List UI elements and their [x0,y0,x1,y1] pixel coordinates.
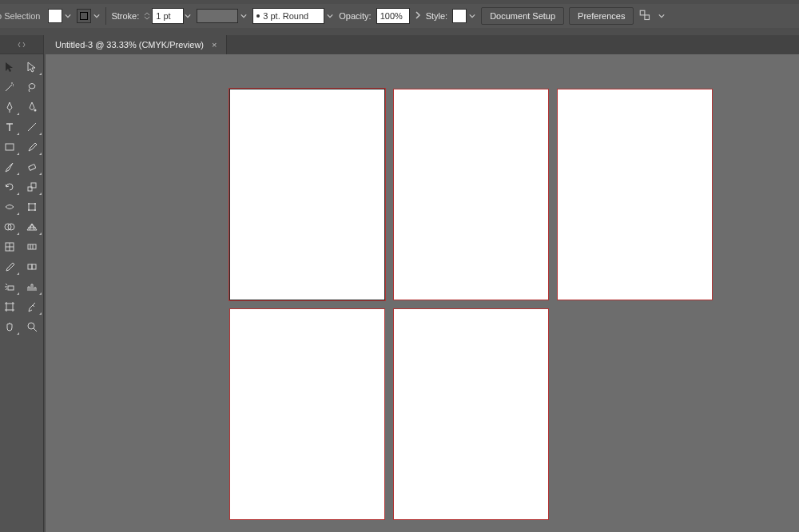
canvas[interactable] [46,54,799,532]
svg-rect-18 [8,286,14,290]
shape-builder-tool[interactable] [0,217,20,236]
svg-point-20 [28,323,34,329]
lasso-tool[interactable] [22,77,42,96]
svg-point-11 [34,209,36,211]
fill-swatch-dropdown[interactable] [48,9,72,23]
rectangle-tool[interactable] [0,137,20,156]
paintbrush-tool[interactable] [22,137,42,156]
artboard-2[interactable] [393,89,549,300]
svg-rect-15 [28,244,36,249]
artboard-5[interactable] [393,308,549,520]
fill-swatch [48,9,62,23]
mesh-tool[interactable] [0,237,20,256]
zoom-tool[interactable] [22,317,42,335]
brush-definition-dropdown[interactable]: 3 pt. Round [252,8,334,24]
slice-tool[interactable] [22,297,42,316]
curvature-tool[interactable] [22,97,42,116]
stroke-weight-value[interactable]: 1 pt [152,8,184,24]
tools-panel [0,35,44,532]
svg-point-8 [28,203,30,204]
chevron-down-icon [64,9,72,23]
control-bar: o Selection Stroke: 1 pt 3 pt. Round Opa… [0,4,799,28]
stepper-arrows[interactable] [144,12,152,20]
style-swatch [452,9,467,23]
artboard-1[interactable] [229,89,385,300]
svg-rect-17 [32,264,36,269]
divider [105,7,106,25]
align-flyout-icon[interactable] [638,9,653,23]
rotate-tool[interactable] [0,177,20,196]
scale-tool[interactable] [22,177,42,196]
variable-width-profile-dropdown[interactable] [197,9,248,23]
artboard-4[interactable] [229,308,385,520]
opacity-input[interactable]: 100% [376,8,410,24]
svg-point-10 [28,209,30,211]
shaper-tool[interactable] [0,157,20,176]
graphic-style-dropdown[interactable] [452,9,476,23]
line-segment-tool[interactable] [22,117,42,136]
preferences-button[interactable]: Preferences [569,7,634,25]
artboard-tool[interactable] [0,297,20,316]
opacity-more-icon[interactable] [415,11,421,21]
tab-close-icon[interactable]: × [212,40,217,50]
magic-wand-tool[interactable] [0,77,20,96]
document-tab-strip: Untitled-3 @ 33.33% (CMYK/Preview) × [46,35,799,54]
width-tool[interactable] [0,197,20,216]
perspective-grid-tool[interactable] [22,217,42,236]
svg-rect-0 [641,10,646,15]
blend-tool[interactable] [22,257,42,276]
tools-grid [0,54,43,335]
svg-rect-3 [6,144,14,150]
document-tab[interactable]: Untitled-3 @ 33.33% (CMYK/Preview) × [46,35,227,54]
column-graph-tool[interactable] [22,277,42,296]
symbol-sprayer-tool[interactable] [0,277,20,296]
stroke-color-preview [197,9,238,23]
chevron-down-icon [93,9,101,23]
brush-definition: 3 pt. Round [252,8,324,24]
document-tab-title: Untitled-3 @ 33.33% (CMYK/Preview) [55,40,204,50]
artboard-3[interactable] [557,89,713,300]
chevron-down-icon [468,9,476,23]
brush-definition-label: 3 pt. Round [263,11,308,21]
svg-rect-7 [29,204,35,210]
selection-label: o Selection [0,11,40,21]
gradient-tool[interactable] [22,237,42,256]
dot-icon [256,14,260,18]
style-label: Style: [426,11,448,21]
selection-tool[interactable] [0,58,20,76]
svg-rect-19 [6,304,13,310]
chevron-down-icon[interactable] [184,9,192,23]
hand-tool[interactable] [0,317,20,335]
type-tool[interactable] [0,117,20,136]
free-transform-tool[interactable] [22,197,42,216]
stroke-swatch [77,9,91,23]
opacity-label: Opacity: [339,11,371,21]
stroke-swatch-dropdown[interactable] [77,9,101,23]
svg-point-9 [34,203,36,204]
tools-panel-header[interactable] [0,35,43,54]
svg-rect-4 [29,164,36,170]
stroke-weight-stepper[interactable]: 1 pt [144,8,192,24]
chevron-down-icon[interactable] [658,9,666,23]
chevron-down-icon [326,9,334,23]
pen-tool[interactable] [0,97,20,116]
direct-selection-tool[interactable] [22,58,42,76]
eyedropper-tool[interactable] [0,257,20,276]
document-setup-button[interactable]: Document Setup [481,7,564,25]
eraser-tool[interactable] [22,157,42,176]
svg-rect-16 [28,264,32,269]
chevron-down-icon [240,9,248,23]
stroke-label: Stroke: [111,11,139,21]
svg-point-2 [34,109,37,111]
svg-rect-1 [645,15,650,20]
